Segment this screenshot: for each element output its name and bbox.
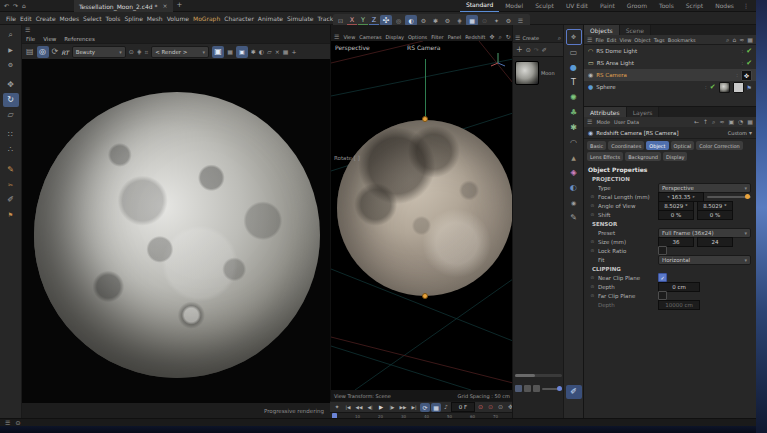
attr-panel-icon[interactable]: ▦ <box>747 119 753 125</box>
record-rotation-icon[interactable]: ⊙ <box>486 404 495 410</box>
vp-rotate-icon[interactable]: ↻ <box>506 34 511 40</box>
axis-y-lock-button[interactable]: Y <box>358 16 368 25</box>
menu-character[interactable]: Character <box>224 15 254 22</box>
om-menu-tags[interactable]: Tags <box>654 37 665 43</box>
document-tab[interactable]: Tessellation_Moon_2.c4d * × <box>74 0 173 12</box>
goto-end-button[interactable]: ▶| <box>409 405 419 410</box>
attr-up-icon[interactable]: ↑ <box>703 119 708 125</box>
create-generator-button[interactable]: ✱ <box>566 121 582 135</box>
render-mode-dropdown[interactable]: < Render > ▾ <box>151 46 209 58</box>
close-region-icon[interactable]: × <box>275 49 280 55</box>
ping-pong-button[interactable]: ▦ <box>431 403 441 412</box>
menu-mograph[interactable]: MoGraph <box>193 15 220 22</box>
play-button[interactable]: ▶ <box>376 404 386 410</box>
menu-simulate[interactable]: Simulate <box>287 15 314 22</box>
menu-volume[interactable]: Volume <box>167 15 189 22</box>
om-home-icon[interactable]: ⌂ <box>732 37 736 43</box>
channel-dot-icon[interactable]: ⊙ <box>129 49 134 55</box>
attr-filter-icon[interactable]: ≈ <box>719 119 724 125</box>
rotate-tool[interactable]: ↻ <box>3 93 19 107</box>
workspace-tab-tools[interactable]: Tools <box>653 0 680 12</box>
mat-view-large-button[interactable] <box>533 385 540 392</box>
shift-y-field[interactable]: 0 % <box>697 210 733 220</box>
uv-flag-tag[interactable]: ⚑ <box>747 84 752 91</box>
om-search-icon[interactable]: ⌕ <box>726 37 729 43</box>
vp-menu-cameras[interactable]: Cameras <box>359 34 381 40</box>
vp-zoom-icon[interactable]: ⌕ <box>498 34 501 40</box>
move-tool[interactable]: ✥ <box>3 78 19 92</box>
tab-scene[interactable]: Scene <box>620 25 651 35</box>
visibility-dots[interactable]: : <box>741 61 743 66</box>
scale-tool[interactable]: ▱ <box>3 108 19 122</box>
om-menu-edit[interactable]: Edit <box>607 37 617 43</box>
workspace-tab-script[interactable]: Script <box>680 0 709 12</box>
simulate-tool[interactable]: ▶ <box>3 43 19 57</box>
prev-frame-button[interactable]: ◀| <box>365 405 375 410</box>
object-row-sphere[interactable]: ● Sphere : ✔ ⚑ <box>584 81 756 93</box>
knife-tool[interactable]: ✂ <box>3 178 19 192</box>
workspace-tab-model[interactable]: Model <box>499 0 529 12</box>
rv-menu-view[interactable]: View <box>43 36 56 42</box>
prev-key-button[interactable]: ◀◀ <box>354 405 364 410</box>
add-material-button[interactable]: + <box>516 46 523 54</box>
workspace-tab-nodes[interactable]: Nodes <box>709 0 740 12</box>
section-tab-basic[interactable]: Basic <box>587 141 606 150</box>
material-thumbnail[interactable] <box>515 61 539 85</box>
record-params-icon[interactable]: ⊙ <box>496 404 505 410</box>
menu-edit[interactable]: Edit <box>20 15 32 22</box>
rv-menu-references[interactable]: References <box>64 36 95 42</box>
points-mode-tool[interactable]: ∷ <box>3 128 19 142</box>
vp-menu-options[interactable]: Options <box>408 34 427 40</box>
create-spline-button[interactable]: ◠ <box>566 136 582 150</box>
tab-layers[interactable]: Layers <box>627 107 660 117</box>
create-light-button[interactable]: ✺ <box>566 91 582 105</box>
layout-icon[interactable]: ☰ <box>515 18 526 24</box>
anim-dot[interactable]: ⊙ <box>590 248 595 253</box>
om-menu-bookmarks[interactable]: Bookmarks <box>668 37 696 43</box>
expand-icon[interactable]: ▱ <box>267 49 272 55</box>
status-target-icon[interactable]: ⊙ <box>15 420 20 426</box>
star-icon[interactable]: ✱ <box>251 49 256 55</box>
attr-menu-icon[interactable]: ☰ <box>587 119 592 125</box>
lock-icon[interactable]: ▣ <box>212 46 224 58</box>
create-camera-button[interactable]: ◉ <box>566 196 582 210</box>
spline-pen-tool[interactable]: ⚑ <box>3 208 19 222</box>
menu-modes[interactable]: Modes <box>60 15 79 22</box>
render-view-button[interactable]: ◎ <box>393 18 404 24</box>
object-row-dome-light[interactable]: ◠ RS Dome Light : ✔ <box>584 45 756 57</box>
workspace-tab-sculpt[interactable]: Sculpt <box>529 0 560 12</box>
selection-preset-button[interactable]: ✥ <box>566 29 582 45</box>
grid-icon[interactable]: ⋕ <box>454 18 465 24</box>
annotate-pen-button[interactable]: ✐ <box>566 385 582 399</box>
refresh-icon[interactable]: ⟳ <box>52 48 59 56</box>
om-menu-object[interactable]: Object <box>634 37 650 43</box>
mat-menu-icon[interactable]: ☰ <box>515 35 520 41</box>
sensor-width-field[interactable]: 36 <box>658 237 694 247</box>
vp-pan-icon[interactable]: ✥ <box>489 34 494 40</box>
mat-view-medium-button[interactable] <box>524 385 531 392</box>
pen-tool[interactable]: ✐ <box>3 193 19 207</box>
material-tag[interactable] <box>719 82 730 93</box>
material-eyedropper-icon[interactable]: ✐ <box>542 47 547 53</box>
status-menu-icon[interactable]: ☰ <box>5 420 10 426</box>
om-menu-file[interactable]: File <box>595 37 603 43</box>
workspace-tab-uvedit[interactable]: UV Edit <box>560 0 594 12</box>
live-selection-tool[interactable]: ⌕ <box>3 28 19 42</box>
sphere-bottom-handle[interactable] <box>422 293 428 299</box>
mat-size-slider-handle[interactable] <box>557 386 562 391</box>
workspace-overflow-icon[interactable]: ⋮ <box>740 3 752 9</box>
enabled-check-icon[interactable]: ✔ <box>746 59 752 67</box>
menu-mesh[interactable]: Mesh <box>147 15 163 22</box>
workplane-icon[interactable]: ⊡ <box>335 18 346 24</box>
panel-menu-icon[interactable]: ☰ <box>25 27 30 33</box>
compare-icon[interactable]: ◐ <box>259 49 264 55</box>
phong-tag[interactable] <box>733 82 744 93</box>
anim-dot[interactable]: ⊙ <box>590 239 595 244</box>
om-menu-view[interactable]: View <box>619 37 631 43</box>
attr-lock-icon[interactable]: ▣ <box>728 119 734 125</box>
workspace-tab-groom[interactable]: Groom <box>621 0 653 12</box>
section-tab-object[interactable]: Object <box>646 141 668 150</box>
sound-icon[interactable]: ♪ <box>442 404 450 410</box>
loop-mode-button[interactable]: ⟳ <box>420 403 430 412</box>
tool-settings[interactable]: ⚙ <box>3 58 19 72</box>
